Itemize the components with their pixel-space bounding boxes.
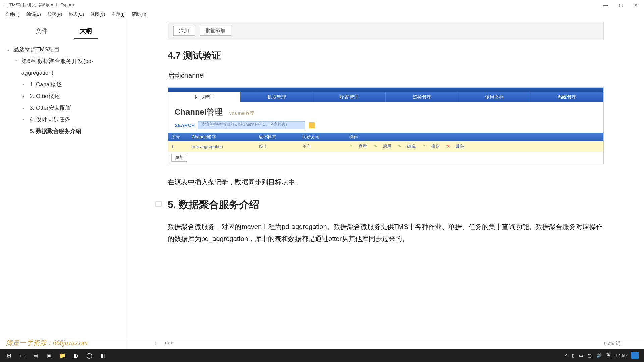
maximize-button[interactable]: ◻: [613, 0, 629, 10]
taskbar-app-icon[interactable]: ◧: [96, 350, 109, 361]
close-button[interactable]: ✕: [629, 0, 644, 10]
minimize-button[interactable]: —: [598, 0, 613, 10]
add-button[interactable]: 添加: [173, 26, 195, 36]
batch-add-button[interactable]: 批量添加: [200, 26, 231, 36]
embedded-image-otter: 同步管理 机器管理 配置管理 监控管理 使用文档 系统管理 Channel管理 …: [168, 87, 604, 164]
menu-paragraph[interactable]: 段落(P): [44, 11, 65, 18]
chevron-right-icon: ›: [23, 81, 28, 89]
status-bar: 〈 </> 6589 词: [0, 338, 644, 349]
nav-back-icon[interactable]: 〈: [151, 340, 157, 348]
tab-files[interactable]: 文件: [30, 23, 54, 39]
otter-tab: 监控管理: [386, 92, 458, 102]
taskbar-app-icon[interactable]: ▭: [15, 350, 29, 361]
tab-outline[interactable]: 大纲: [74, 23, 98, 39]
col-header: 同步方向: [299, 134, 346, 140]
add-button: 添加: [171, 154, 187, 162]
outline-item-active[interactable]: 5. 数据聚合服务介绍: [23, 126, 124, 137]
window-title: TMS项目讲义_第6章.md - Typora: [9, 2, 74, 8]
taskbar-app-icon[interactable]: ▣: [42, 350, 56, 361]
windows-taskbar: ⊞ ▭ ▤ ▣ 📁 ◐ ◯ ◧ ^ ▯ ▭ ▢ 🔊 英 14:59: [0, 349, 644, 362]
outline-item[interactable]: ›2. Otter概述: [23, 90, 124, 102]
paragraph: 数据聚合微服务，对应的maven工程为pd-aggregation。数据聚合微服…: [168, 221, 604, 245]
tray-ime[interactable]: 英: [606, 352, 611, 358]
outline-chapter[interactable]: ⌄第6章 数据聚合服务开发(pd-aggregation): [15, 56, 124, 79]
search-label: SEARCH: [175, 123, 195, 128]
taskbar-app-icon[interactable]: ◐: [69, 350, 83, 361]
app-icon: [3, 3, 7, 7]
search-go-icon: [309, 122, 315, 128]
code-toggle-icon[interactable]: </>: [164, 340, 173, 348]
heading-4-7: 4.7 测试验证: [168, 49, 604, 62]
search-input: 请输入关键字(目前支持Channel的ID、名字搜索): [198, 121, 305, 129]
paragraph: 启动channel: [168, 69, 604, 81]
window-titlebar: TMS项目讲义_第6章.md - Typora — ◻ ✕: [0, 0, 644, 10]
menu-help[interactable]: 帮助(H): [128, 11, 150, 18]
sidebar: 文件 大纲 ⌄品达物流TMS项目 ⌄第6章 数据聚合服务开发(pd-aggreg…: [0, 19, 127, 349]
word-count[interactable]: 6589 词: [604, 341, 621, 347]
otter-title: Channel管理: [175, 107, 223, 117]
col-header: 操作: [346, 134, 603, 140]
table-row: 1 tms-aggregation 停止 单向 ✎查看 ✎启用 ✎编辑 ✎推送 …: [168, 141, 603, 152]
chevron-right-icon: ›: [23, 104, 28, 112]
menu-edit[interactable]: 编辑(E): [23, 11, 44, 18]
taskbar-app-icon[interactable]: ◯: [83, 350, 96, 361]
menu-bar: 文件(F) 编辑(E) 段落(P) 格式(O) 视图(V) 主题(I) 帮助(H…: [0, 10, 644, 19]
chevron-right-icon: ›: [23, 93, 28, 101]
red-arrow-icon: [386, 149, 393, 165]
tray-icon[interactable]: ▯: [572, 353, 574, 358]
tray-notification-icon[interactable]: [631, 352, 639, 359]
taskbar-app-icon[interactable]: ▤: [29, 350, 42, 361]
menu-format[interactable]: 格式(O): [65, 11, 87, 18]
otter-tab: 同步管理: [168, 92, 240, 102]
chevron-right-icon: ›: [23, 116, 28, 124]
embedded-image-top: 添加 批量添加: [168, 22, 604, 40]
outline-item[interactable]: ›3. Otter安装配置: [23, 102, 124, 114]
paragraph: 在源表中插入条记录，数据同步到目标表中。: [168, 176, 604, 188]
tray-time[interactable]: 14:59: [615, 353, 627, 358]
col-header: Channel名字: [188, 134, 255, 140]
taskbar-app-icon[interactable]: 📁: [56, 350, 69, 361]
tray-volume-icon[interactable]: 🔊: [596, 353, 602, 358]
col-header: 运行状态: [255, 134, 299, 140]
otter-tab: 配置管理: [313, 92, 386, 102]
otter-breadcrumb: Channel管理: [229, 111, 254, 116]
col-header: 序号: [168, 134, 188, 140]
outline-item[interactable]: ›4. 设计同步任务: [23, 114, 124, 126]
outline-root[interactable]: ⌄品达物流TMS项目: [7, 44, 124, 56]
tray-battery-icon[interactable]: ▭: [579, 353, 583, 358]
otter-tab: 机器管理: [240, 92, 313, 102]
start-button[interactable]: ⊞: [2, 350, 15, 361]
otter-tab: 使用文档: [458, 92, 531, 102]
tray-network-icon[interactable]: ▢: [588, 353, 592, 358]
menu-view[interactable]: 视图(V): [87, 11, 108, 18]
chevron-down-icon: ⌄: [7, 46, 11, 54]
menu-file[interactable]: 文件(F): [2, 11, 23, 18]
chevron-down-icon: ⌄: [15, 56, 19, 64]
system-tray[interactable]: ^ ▯ ▭ ▢ 🔊 英 14:59: [565, 352, 642, 359]
editor-content[interactable]: 添加 批量添加 4.7 测试验证 启动channel 同步管理 机器管理 配置管…: [127, 19, 644, 349]
menu-theme[interactable]: 主题(I): [108, 11, 128, 18]
outline-tree: ⌄品达物流TMS项目 ⌄第6章 数据聚合服务开发(pd-aggregation)…: [0, 39, 127, 137]
outline-item[interactable]: ›1. Canal概述: [23, 79, 124, 91]
otter-tab: 系统管理: [531, 92, 603, 102]
heading-5: 5. 数据聚合服务介绍: [168, 198, 604, 212]
tray-chevron-icon[interactable]: ^: [565, 353, 567, 358]
